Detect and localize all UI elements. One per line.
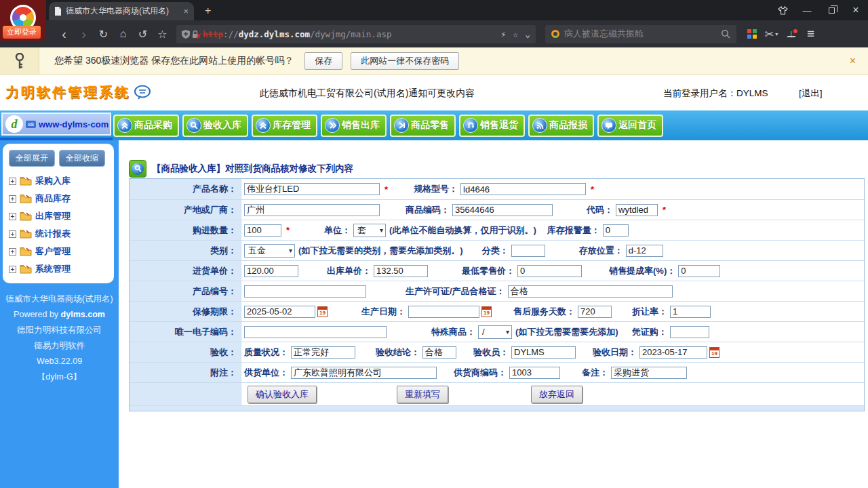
calendar-icon[interactable]: 19 xyxy=(709,347,719,358)
quality-status-input[interactable] xyxy=(291,346,355,359)
nav-button-purchase[interactable]: 商品采购 xyxy=(113,115,179,137)
field-label: 库存报警量： xyxy=(547,224,600,237)
acceptance-date-input[interactable] xyxy=(639,346,707,359)
address-bar[interactable]: ✗ http://dydz.dylms.com/dywjmg/main.asp … xyxy=(176,25,536,43)
site-security-indicator[interactable]: ✗ xyxy=(182,30,199,39)
expand-all-button[interactable]: 全部展开 xyxy=(9,150,55,167)
license-input[interactable] xyxy=(508,285,673,298)
nav-button-retail[interactable]: 商品零售 xyxy=(390,115,456,137)
acceptance-result-input[interactable] xyxy=(422,346,456,359)
undo-icon[interactable]: ↺ xyxy=(133,24,153,43)
subcategory-input[interactable] xyxy=(511,245,545,257)
folder-icon xyxy=(20,229,32,239)
cancel-return-button[interactable]: 放弃返回 xyxy=(531,386,583,403)
expand-plus-icon[interactable]: + xyxy=(9,195,16,203)
nav-button-returns[interactable]: 销售退货 xyxy=(459,115,525,137)
browser-logo[interactable]: 立即登录 xyxy=(0,0,46,41)
screenshot-scissors-icon[interactable]: ✂▾ xyxy=(762,24,781,43)
nav-button-inventory[interactable]: 库存管理 xyxy=(252,115,317,137)
purchase-qty-input[interactable] xyxy=(244,224,281,237)
field-label: 供货单位： xyxy=(244,367,288,379)
product-name-input[interactable] xyxy=(244,183,380,195)
reload-icon[interactable]: ↻ xyxy=(94,24,113,43)
login-now-badge[interactable]: 立即登录 xyxy=(3,26,41,39)
spec-model-input[interactable] xyxy=(460,183,586,195)
calendar-icon[interactable]: 19 xyxy=(317,306,328,317)
collapse-all-button[interactable]: 全部收缩 xyxy=(59,150,105,167)
min-retail-input[interactable] xyxy=(517,265,582,277)
product-code-input[interactable] xyxy=(452,204,553,216)
inspector-input[interactable] xyxy=(511,346,576,359)
origin-input[interactable] xyxy=(244,204,380,216)
message-bubble-icon[interactable] xyxy=(133,85,152,101)
sidebar-item-reports[interactable]: + 统计报表 xyxy=(9,228,114,240)
expand-plus-icon[interactable]: + xyxy=(9,266,16,273)
product-no-input[interactable] xyxy=(244,285,366,298)
minimize-button[interactable]: — xyxy=(795,0,819,20)
service-days-input[interactable] xyxy=(578,306,612,318)
remark-input[interactable] xyxy=(611,367,687,379)
field-label: 凭证购： xyxy=(632,326,667,338)
outbound-price-input[interactable] xyxy=(374,265,428,277)
form-row: 唯一电子编码： 特殊商品： /▾ (如下拉无需要需要先添加) 凭证购： xyxy=(130,321,864,342)
search-magnifier-icon[interactable] xyxy=(721,29,730,39)
stock-alert-input[interactable] xyxy=(603,224,629,237)
production-date-input[interactable] xyxy=(408,306,479,318)
site-logo[interactable]: d 88 www-dylms-com xyxy=(1,113,111,136)
skin-theme-icon[interactable] xyxy=(770,0,795,20)
form-row: 验收： 质量状况： 验收结论： 验收员： 验收日期： 19 xyxy=(130,342,864,362)
nav-button-sales-out[interactable]: 销售出库 xyxy=(321,115,387,137)
special-goods-select[interactable]: /▾ xyxy=(478,325,512,339)
voucher-input[interactable] xyxy=(670,326,709,338)
browser-tab[interactable]: 德威市大华电器商场(试用名) × xyxy=(49,2,194,20)
menu-hamburger-icon[interactable]: ≡ xyxy=(801,24,821,43)
home-icon[interactable]: ⌂ xyxy=(113,24,133,43)
sidebar-item-system[interactable]: + 系统管理 xyxy=(9,263,114,275)
discount-rate-input[interactable] xyxy=(670,306,711,318)
code-input[interactable] xyxy=(616,204,658,216)
save-password-button[interactable]: 保存 xyxy=(304,52,342,70)
sidebar-item-customers[interactable]: + 客户管理 xyxy=(9,245,114,258)
supplier-code-input[interactable] xyxy=(509,367,560,379)
logout-link[interactable]: [退出] xyxy=(799,87,823,100)
supplier-input[interactable] xyxy=(291,367,437,379)
nav-button-home[interactable]: 返回首页 xyxy=(597,115,663,137)
commission-rate-input[interactable] xyxy=(678,265,720,277)
unit-select[interactable]: 套▾ xyxy=(353,224,386,237)
sidebar-item-purchase-in[interactable]: + 采购入库 xyxy=(9,175,114,187)
expand-plus-icon[interactable]: + xyxy=(9,213,16,220)
unique-ecode-input[interactable] xyxy=(244,326,387,338)
tab-close-icon[interactable]: × xyxy=(183,6,189,16)
field-label: 产地或厂商： xyxy=(130,200,241,220)
expand-plus-icon[interactable]: + xyxy=(9,248,16,256)
never-save-button[interactable]: 此网站一律不保存密码 xyxy=(351,52,459,70)
apps-grid-icon[interactable] xyxy=(742,24,762,43)
forward-icon[interactable]: › xyxy=(74,24,94,43)
warranty-date-input[interactable] xyxy=(244,306,315,318)
nav-button-damage[interactable]: 商品报损 xyxy=(528,115,594,137)
browser-search-box[interactable]: 病人被遗忘磁共振舱 xyxy=(545,25,736,43)
bookmark-star-icon[interactable]: ☆ xyxy=(153,24,172,43)
sidebar-item-outbound[interactable]: + 出库管理 xyxy=(9,210,114,222)
favorite-star-icon[interactable]: ☆ xyxy=(513,29,518,39)
app-header: 力明软件管理系统 此德威市机电工贸有限公司(试用名)通知可更改内容 当前登录用户… xyxy=(0,75,868,110)
reset-form-button[interactable]: 重新填写 xyxy=(397,386,448,403)
urlbar-dropdown-icon[interactable]: ⌄ xyxy=(525,29,530,39)
back-icon[interactable]: ‹ xyxy=(54,24,74,43)
new-tab-button[interactable]: + xyxy=(205,5,211,17)
download-icon[interactable]: ↓ xyxy=(781,24,801,43)
calendar-icon[interactable]: 19 xyxy=(481,306,492,317)
expand-plus-icon[interactable]: + xyxy=(9,230,16,238)
expand-plus-icon[interactable]: + xyxy=(9,178,16,185)
quick-access-bolt-icon[interactable]: ⚡ xyxy=(501,29,507,39)
category-select[interactable]: 五金▾ xyxy=(244,244,295,258)
purchase-price-input[interactable] xyxy=(244,265,298,277)
storage-location-input[interactable] xyxy=(626,245,663,257)
restore-button[interactable] xyxy=(819,0,844,20)
sidebar-item-stock[interactable]: + 商品库存 xyxy=(9,192,114,205)
close-window-button[interactable]: × xyxy=(844,0,868,20)
u-turn-icon xyxy=(463,118,478,133)
confirm-acceptance-button[interactable]: 确认验收入库 xyxy=(248,386,317,403)
notification-close-icon[interactable]: × xyxy=(850,55,856,67)
nav-button-acceptance[interactable]: 验收入库 xyxy=(182,115,248,137)
